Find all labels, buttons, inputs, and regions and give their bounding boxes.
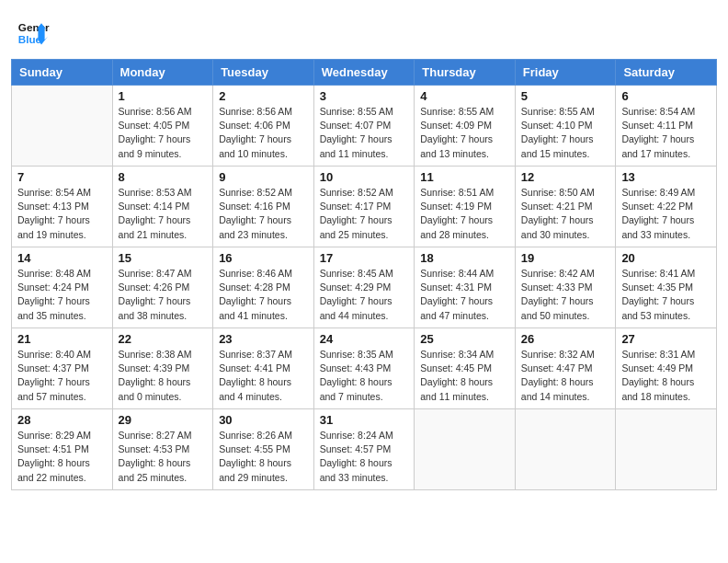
calendar-day-cell: 27Sunrise: 8:31 AMSunset: 4:49 PMDayligh…	[616, 328, 717, 409]
day-info: Sunrise: 8:47 AMSunset: 4:26 PMDaylight:…	[119, 267, 208, 323]
column-header-monday: Monday	[112, 60, 213, 86]
calendar-week-row: 14Sunrise: 8:48 AMSunset: 4:24 PMDayligh…	[12, 247, 717, 328]
calendar-day-cell: 11Sunrise: 8:51 AMSunset: 4:19 PMDayligh…	[415, 167, 516, 247]
day-number: 21	[17, 332, 107, 346]
day-info: Sunrise: 8:54 AMSunset: 4:11 PMDaylight:…	[621, 105, 711, 161]
day-info: Sunrise: 8:42 AMSunset: 4:33 PMDaylight:…	[521, 267, 610, 323]
calendar-day-cell: 6Sunrise: 8:54 AMSunset: 4:11 PMDaylight…	[616, 86, 717, 167]
calendar-day-cell: 4Sunrise: 8:55 AMSunset: 4:09 PMDaylight…	[415, 86, 516, 167]
day-number: 30	[219, 413, 308, 427]
calendar-empty-cell	[515, 409, 616, 490]
calendar-day-cell: 3Sunrise: 8:55 AMSunset: 4:07 PMDaylight…	[313, 86, 415, 167]
calendar-empty-cell	[415, 409, 516, 490]
day-info: Sunrise: 8:54 AMSunset: 4:13 PMDaylight:…	[17, 186, 107, 242]
day-number: 7	[17, 170, 107, 184]
day-info: Sunrise: 8:53 AMSunset: 4:14 PMDaylight:…	[119, 186, 208, 242]
day-info: Sunrise: 8:55 AMSunset: 4:10 PMDaylight:…	[521, 105, 610, 161]
calendar-week-row: 1Sunrise: 8:56 AMSunset: 4:05 PMDaylight…	[12, 86, 717, 167]
logo-icon: General Blue	[17, 17, 50, 50]
column-header-sunday: Sunday	[12, 60, 113, 86]
day-number: 13	[621, 170, 711, 184]
day-info: Sunrise: 8:41 AMSunset: 4:35 PMDaylight:…	[621, 267, 711, 323]
day-info: Sunrise: 8:32 AMSunset: 4:47 PMDaylight:…	[521, 348, 610, 404]
calendar-day-cell: 9Sunrise: 8:52 AMSunset: 4:16 PMDaylight…	[213, 167, 314, 247]
day-number: 16	[219, 251, 308, 265]
calendar-day-cell: 15Sunrise: 8:47 AMSunset: 4:26 PMDayligh…	[112, 247, 213, 328]
calendar-day-cell: 30Sunrise: 8:26 AMSunset: 4:55 PMDayligh…	[213, 409, 314, 490]
day-number: 31	[320, 413, 409, 427]
calendar-day-cell: 31Sunrise: 8:24 AMSunset: 4:57 PMDayligh…	[313, 409, 415, 490]
calendar-table: SundayMondayTuesdayWednesdayThursdayFrid…	[11, 59, 717, 490]
calendar-day-cell: 24Sunrise: 8:35 AMSunset: 4:43 PMDayligh…	[313, 328, 415, 409]
calendar-week-row: 28Sunrise: 8:29 AMSunset: 4:51 PMDayligh…	[12, 409, 717, 490]
page-header: General Blue	[0, 0, 728, 59]
calendar-day-cell: 22Sunrise: 8:38 AMSunset: 4:39 PMDayligh…	[112, 328, 213, 409]
day-number: 24	[320, 332, 409, 346]
day-info: Sunrise: 8:27 AMSunset: 4:53 PMDaylight:…	[119, 429, 208, 485]
day-info: Sunrise: 8:31 AMSunset: 4:49 PMDaylight:…	[621, 348, 711, 404]
day-info: Sunrise: 8:45 AMSunset: 4:29 PMDaylight:…	[320, 267, 409, 323]
day-number: 1	[119, 89, 208, 103]
day-number: 27	[621, 332, 711, 346]
day-number: 17	[320, 251, 409, 265]
day-number: 19	[521, 251, 610, 265]
calendar-day-cell: 13Sunrise: 8:49 AMSunset: 4:22 PMDayligh…	[616, 167, 717, 247]
calendar-wrapper: SundayMondayTuesdayWednesdayThursdayFrid…	[0, 59, 728, 501]
calendar-day-cell: 17Sunrise: 8:45 AMSunset: 4:29 PMDayligh…	[313, 247, 415, 328]
day-info: Sunrise: 8:38 AMSunset: 4:39 PMDaylight:…	[119, 348, 208, 404]
day-info: Sunrise: 8:52 AMSunset: 4:17 PMDaylight:…	[320, 186, 409, 242]
day-info: Sunrise: 8:50 AMSunset: 4:21 PMDaylight:…	[521, 186, 610, 242]
day-number: 15	[119, 251, 208, 265]
calendar-day-cell: 28Sunrise: 8:29 AMSunset: 4:51 PMDayligh…	[12, 409, 113, 490]
day-info: Sunrise: 8:34 AMSunset: 4:45 PMDaylight:…	[420, 348, 509, 404]
column-header-tuesday: Tuesday	[213, 60, 314, 86]
calendar-header-row: SundayMondayTuesdayWednesdayThursdayFrid…	[12, 60, 717, 86]
day-info: Sunrise: 8:56 AMSunset: 4:05 PMDaylight:…	[119, 105, 208, 161]
day-info: Sunrise: 8:35 AMSunset: 4:43 PMDaylight:…	[320, 348, 409, 404]
calendar-empty-cell	[616, 409, 717, 490]
calendar-day-cell: 12Sunrise: 8:50 AMSunset: 4:21 PMDayligh…	[515, 167, 616, 247]
day-info: Sunrise: 8:40 AMSunset: 4:37 PMDaylight:…	[17, 348, 107, 404]
calendar-week-row: 7Sunrise: 8:54 AMSunset: 4:13 PMDaylight…	[12, 167, 717, 247]
svg-text:General: General	[18, 21, 50, 33]
day-number: 10	[320, 170, 409, 184]
calendar-day-cell: 14Sunrise: 8:48 AMSunset: 4:24 PMDayligh…	[12, 247, 113, 328]
calendar-day-cell: 5Sunrise: 8:55 AMSunset: 4:10 PMDaylight…	[515, 86, 616, 167]
day-info: Sunrise: 8:46 AMSunset: 4:28 PMDaylight:…	[219, 267, 308, 323]
calendar-day-cell: 8Sunrise: 8:53 AMSunset: 4:14 PMDaylight…	[112, 167, 213, 247]
day-number: 23	[219, 332, 308, 346]
day-number: 8	[119, 170, 208, 184]
calendar-day-cell: 25Sunrise: 8:34 AMSunset: 4:45 PMDayligh…	[415, 328, 516, 409]
column-header-saturday: Saturday	[616, 60, 717, 86]
calendar-day-cell: 18Sunrise: 8:44 AMSunset: 4:31 PMDayligh…	[415, 247, 516, 328]
day-number: 18	[420, 251, 509, 265]
calendar-day-cell: 7Sunrise: 8:54 AMSunset: 4:13 PMDaylight…	[12, 167, 113, 247]
day-number: 11	[420, 170, 509, 184]
day-info: Sunrise: 8:24 AMSunset: 4:57 PMDaylight:…	[320, 429, 409, 485]
calendar-day-cell: 2Sunrise: 8:56 AMSunset: 4:06 PMDaylight…	[213, 86, 314, 167]
day-number: 26	[521, 332, 610, 346]
day-number: 20	[621, 251, 711, 265]
day-info: Sunrise: 8:51 AMSunset: 4:19 PMDaylight:…	[420, 186, 509, 242]
calendar-day-cell: 20Sunrise: 8:41 AMSunset: 4:35 PMDayligh…	[616, 247, 717, 328]
day-number: 12	[521, 170, 610, 184]
day-info: Sunrise: 8:52 AMSunset: 4:16 PMDaylight:…	[219, 186, 308, 242]
calendar-day-cell: 26Sunrise: 8:32 AMSunset: 4:47 PMDayligh…	[515, 328, 616, 409]
day-info: Sunrise: 8:26 AMSunset: 4:55 PMDaylight:…	[219, 429, 308, 485]
calendar-day-cell: 23Sunrise: 8:37 AMSunset: 4:41 PMDayligh…	[213, 328, 314, 409]
calendar-day-cell: 21Sunrise: 8:40 AMSunset: 4:37 PMDayligh…	[12, 328, 113, 409]
day-number: 3	[320, 89, 409, 103]
day-number: 4	[420, 89, 509, 103]
calendar-day-cell: 19Sunrise: 8:42 AMSunset: 4:33 PMDayligh…	[515, 247, 616, 328]
day-number: 2	[219, 89, 308, 103]
calendar-day-cell: 1Sunrise: 8:56 AMSunset: 4:05 PMDaylight…	[112, 86, 213, 167]
day-info: Sunrise: 8:44 AMSunset: 4:31 PMDaylight:…	[420, 267, 509, 323]
day-info: Sunrise: 8:55 AMSunset: 4:09 PMDaylight:…	[420, 105, 509, 161]
calendar-week-row: 21Sunrise: 8:40 AMSunset: 4:37 PMDayligh…	[12, 328, 717, 409]
day-number: 5	[521, 89, 610, 103]
calendar-day-cell: 16Sunrise: 8:46 AMSunset: 4:28 PMDayligh…	[213, 247, 314, 328]
logo: General Blue	[17, 17, 50, 50]
day-number: 25	[420, 332, 509, 346]
day-info: Sunrise: 8:37 AMSunset: 4:41 PMDaylight:…	[219, 348, 308, 404]
calendar-day-cell: 10Sunrise: 8:52 AMSunset: 4:17 PMDayligh…	[313, 167, 415, 247]
